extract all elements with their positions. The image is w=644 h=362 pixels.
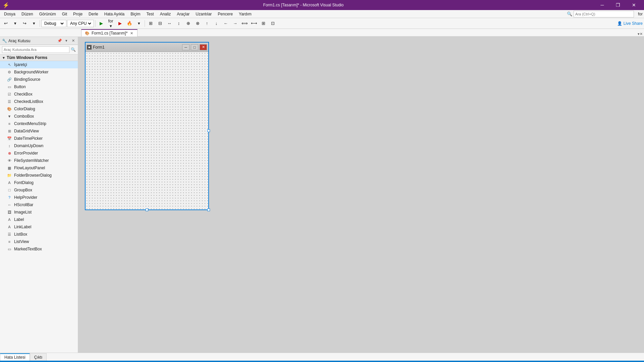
status-bar: Hazır ✦ 15, 15 ⊞ 334 x 433 ⬆ Kaynak Dene… — [0, 361, 644, 362]
live-share-label[interactable]: Live Share — [624, 21, 643, 26]
menu-dosya[interactable]: Dosya — [1, 10, 18, 18]
designer-area[interactable]: ■ Form1 ─ □ ✕ — [78, 37, 644, 353]
toolbox-item-label[interactable]: ALabel — [0, 216, 78, 223]
redo-dropdown-button[interactable]: ▾ — [30, 19, 38, 28]
restore-button[interactable]: ❐ — [610, 0, 626, 10]
toolbox-item-errorprovider[interactable]: ⊗ErrorProvider — [0, 149, 78, 157]
menu-git[interactable]: Git — [59, 10, 70, 18]
tab-form1-designer[interactable]: 🎨 Form1.cs [Tasarım]* ✕ — [81, 29, 138, 37]
close-button[interactable]: ✕ — [626, 0, 641, 10]
toolbox-search-area: 🔍 — [0, 45, 78, 55]
toolbox-item-linklabel[interactable]: ALinkLabel — [0, 223, 78, 231]
toolbar-btn-2[interactable]: ⊟ — [156, 19, 164, 28]
menu-test[interactable]: Test — [144, 10, 157, 18]
toolbox-item-listbox[interactable]: ☰ListBox — [0, 231, 78, 238]
menu-pencere[interactable]: Pencere — [215, 10, 235, 18]
toolbox-item-datagridview[interactable]: ⊞DataGridView — [0, 127, 78, 135]
toolbox-section-allforms[interactable]: ▼ Tüm Windows Forms — [0, 55, 78, 61]
separator-1 — [40, 20, 40, 27]
form-close-button[interactable]: ✕ — [200, 44, 207, 50]
toolbox-item-checkbox[interactable]: ☑CheckBox — [0, 90, 78, 98]
toolbox-pin-button[interactable]: 📌 — [57, 38, 62, 44]
toolbar-btn-14[interactable]: ⊡ — [268, 19, 277, 28]
toolbox-item-button[interactable]: ▭Button — [0, 83, 78, 90]
debug-config-dropdown[interactable]: Debug Release — [41, 20, 66, 27]
toolbox-item-fontdialog[interactable]: AFontDialog — [0, 179, 78, 186]
toolbox-dropdown-button[interactable]: ▾ — [64, 38, 69, 44]
menu-search-input[interactable] — [574, 11, 634, 17]
separator-2 — [95, 20, 96, 27]
toolbox-item-backgroundworker[interactable]: ⚙BackgroundWorker — [0, 68, 78, 76]
toolbox-item-label: İşaretçi — [14, 62, 27, 67]
bottom-tab-error-list[interactable]: Hata Listesi — [0, 353, 30, 361]
run-with-debug-button[interactable]: ▶ — [116, 19, 124, 28]
section-arrow-icon: ▼ — [2, 56, 5, 60]
platform-dropdown[interactable]: Any CPU x86 x64 — [67, 20, 94, 27]
toolbox-search-input[interactable] — [2, 46, 69, 53]
toolbox-item-helpprovider[interactable]: ?HelpProvider — [0, 194, 78, 201]
hot-reload-button[interactable]: 🔥 — [125, 19, 134, 28]
undo-button[interactable]: ↩ — [1, 19, 10, 28]
toolbar-btn-7[interactable]: ↑ — [203, 19, 211, 28]
toolbar-btn-12[interactable]: ⟷ — [250, 19, 258, 28]
menu-analiz[interactable]: Analiz — [157, 10, 174, 18]
menu-yardim[interactable]: Yardım — [236, 10, 254, 18]
toolbar-btn-6[interactable]: ⊗ — [193, 19, 202, 28]
toolbar-btn-4[interactable]: ↕ — [174, 19, 183, 28]
toolbar-btn-3[interactable]: ↔ — [165, 19, 174, 28]
toolbox-item-markedtextbox[interactable]: ▭MarkedTextBox — [0, 245, 78, 253]
toolbar-btn-5[interactable]: ⊕ — [184, 19, 193, 28]
toolbox-item-groupbox[interactable]: □GroupBox — [0, 186, 78, 194]
toolbox-close-button[interactable]: ✕ — [70, 38, 76, 44]
menu-hata-ayikla[interactable]: Hata Ayıkla — [102, 10, 127, 18]
toolbox-item-hscrollbar[interactable]: ↔HScrollBar — [0, 201, 78, 208]
menu-araclar[interactable]: Araçlar — [174, 10, 192, 18]
toolbox-item-filesystemwatcher[interactable]: 👁FileSystemWatcher — [0, 157, 78, 164]
toolbar-btn-10[interactable]: → — [231, 19, 239, 28]
menu-bicim[interactable]: Biçim — [128, 10, 143, 18]
toolbox-item-listview[interactable]: ≡ListView — [0, 238, 78, 245]
section-label: Tüm Windows Forms — [7, 55, 47, 60]
toolbox-item-checkedlistbox[interactable]: ☰CheckedListBox — [0, 98, 78, 105]
toolbar-btn-8[interactable]: ↓ — [212, 19, 221, 28]
toolbox-item-icon-label: A — [7, 217, 12, 222]
toolbox-item-imagelist[interactable]: 🖼ImageList — [0, 208, 78, 216]
toolbox-item-label: CheckBox — [14, 92, 33, 97]
toolbar-btn-11[interactable]: ⟺ — [240, 19, 249, 28]
run-button[interactable]: ▶ — [97, 19, 106, 28]
toolbar-btn-13[interactable]: ⊞ — [259, 19, 268, 28]
resize-handle-bottom[interactable] — [146, 208, 148, 211]
toolbox-item-flowlayoutpanel[interactable]: ▦FlowLayoutPanel — [0, 164, 78, 172]
menu-gorunum[interactable]: Görünüm — [37, 10, 59, 18]
form-body[interactable] — [86, 52, 208, 209]
resize-handle-corner[interactable] — [207, 208, 210, 211]
minimize-button[interactable]: ─ — [595, 0, 610, 10]
toolbox-item-domainupdown[interactable]: ↕DomainUpDown — [0, 142, 78, 149]
hot-reload-dropdown[interactable]: ▾ — [135, 19, 143, 28]
debug-config-select[interactable]: Debug Release — [43, 21, 65, 26]
menu-uzantilar[interactable]: Uzantılar — [193, 10, 214, 18]
form-restore-button[interactable]: □ — [191, 44, 198, 50]
toolbox-item-colordialog[interactable]: 🎨ColorDialog — [0, 105, 78, 113]
tab-close-button[interactable]: ✕ — [129, 31, 134, 36]
toolbox-item-contextmenustrip[interactable]: ≡ContextMenuStrip — [0, 120, 78, 127]
toolbox-item-folderbrowserdialog[interactable]: 📁FolderBrowserDialog — [0, 172, 78, 179]
resize-handle-right[interactable] — [207, 129, 210, 132]
form-minimize-button[interactable]: ─ — [182, 44, 190, 50]
platform-select[interactable]: Any CPU x86 x64 — [69, 21, 92, 26]
run-name-dropdown[interactable]: for ▾ — [106, 19, 115, 28]
toolbox-item-datetimepicker[interactable]: 📅DateTimePicker — [0, 135, 78, 142]
close-all-tabs-button[interactable]: ✕ — [640, 32, 643, 36]
bottom-tab-output[interactable]: Çıktı — [30, 353, 47, 361]
menu-duzen[interactable]: Düzen — [19, 10, 36, 18]
toolbox-item-i̇şaretçi[interactable]: ↖İşaretçi — [0, 61, 78, 68]
undo-dropdown-button[interactable]: ▾ — [11, 19, 19, 28]
toolbox-item-combobox[interactable]: ▼ComboBox — [0, 113, 78, 120]
toolbox-item-bindingsource[interactable]: 🔗BindingSource — [0, 76, 78, 83]
toolbar-btn-9[interactable]: ← — [221, 19, 230, 28]
redo-button[interactable]: ↪ — [20, 19, 29, 28]
toolbar-btn-1[interactable]: ⊞ — [146, 19, 155, 28]
form-designer-window[interactable]: ■ Form1 ─ □ ✕ — [85, 42, 209, 210]
menu-proje[interactable]: Proje — [70, 10, 85, 18]
menu-derle[interactable]: Derle — [86, 10, 101, 18]
